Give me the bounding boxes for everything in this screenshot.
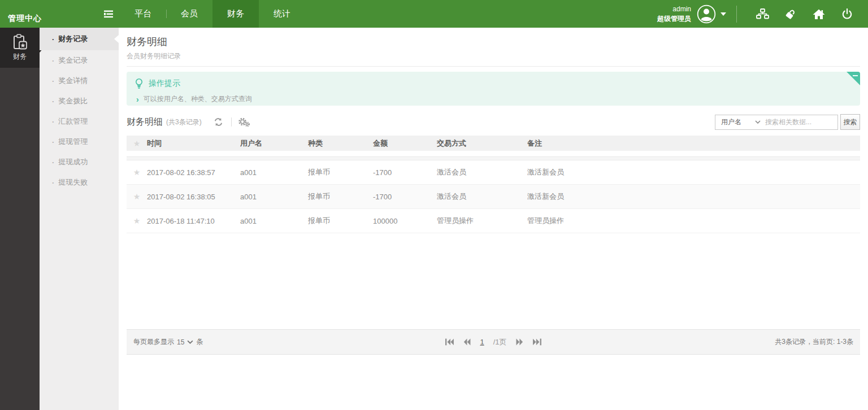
- clipboard-star-icon: [12, 34, 28, 50]
- record-count: (共3条记录): [166, 117, 202, 127]
- refresh-icon: [214, 117, 223, 127]
- bullet-icon: ·: [52, 178, 54, 187]
- sidebar-collapse-button[interactable]: [97, 0, 120, 28]
- tip-title-row: 操作提示: [127, 72, 860, 89]
- table-cell: 2017-08-02 16:38:05: [147, 193, 240, 201]
- first-page-button[interactable]: [445, 338, 454, 346]
- last-page-button[interactable]: [533, 338, 542, 346]
- bullet-icon: ·: [52, 97, 54, 106]
- nav-tab-1[interactable]: 会员: [166, 0, 212, 28]
- table-cell: 管理员操作: [527, 216, 860, 226]
- active-item-arrow: [114, 35, 119, 43]
- submenu-item-7[interactable]: ·提现失败: [40, 172, 119, 193]
- submenu: ·财务记录·奖金记录·奖金详情·奖金拨比·汇款管理·提现管理·提现成功·提现失败: [40, 28, 119, 410]
- table-body: ★2017-08-02 16:38:57a001报单币-1700激活会员激活新会…: [127, 160, 860, 233]
- lightbulb-icon: [134, 78, 144, 89]
- column-header-0: 时间: [147, 138, 240, 149]
- search-box: 用户名: [715, 115, 838, 130]
- favorite-star-icon[interactable]: ★: [127, 216, 147, 225]
- lock-button[interactable]: [782, 6, 799, 23]
- app-body: 财务 ·财务记录·奖金记录·奖金详情·奖金拨比·汇款管理·提现管理·提现成功·提…: [0, 28, 868, 410]
- first-page-icon: [445, 338, 454, 346]
- last-page-icon: [533, 338, 542, 346]
- submenu-list: ·财务记录·奖金记录·奖金详情·奖金拨比·汇款管理·提现管理·提现成功·提现失败: [40, 28, 119, 193]
- next-page-button[interactable]: [516, 338, 524, 346]
- app-root: 管理中心 平台会员财务统计 admin 超级管理员: [0, 0, 868, 410]
- search-button[interactable]: 搜索: [840, 114, 860, 130]
- search-group: 用户名 搜索: [715, 114, 860, 130]
- search-field-select[interactable]: 用户名: [715, 115, 765, 129]
- avatar-icon: [697, 5, 716, 24]
- refresh-button[interactable]: [212, 115, 225, 129]
- submenu-item-1[interactable]: ·奖金记录: [40, 50, 119, 71]
- favorite-star-icon[interactable]: ★: [127, 192, 147, 201]
- nav-tab-0[interactable]: 平台: [120, 0, 166, 28]
- tip-box: 操作提示 › 可以按用户名、种类、交易方式查询: [127, 72, 860, 106]
- nav-tab-3[interactable]: 统计: [259, 0, 305, 28]
- topbar-separator: [736, 6, 737, 23]
- submenu-item-6[interactable]: ·提现成功: [40, 152, 119, 172]
- search-input[interactable]: [765, 115, 837, 129]
- submenu-item-label: 提现管理: [58, 137, 88, 147]
- settings-button[interactable]: [237, 115, 251, 129]
- app-logo: 管理中心: [8, 14, 42, 24]
- table-header-row: ★ 时间用户名种类金额交易方式备注: [127, 136, 860, 151]
- minus-icon: [853, 75, 858, 76]
- module-rail: 财务: [0, 28, 40, 410]
- table-row: ★2017-08-02 16:38:57a001报单币-1700激活会员激活新会…: [127, 160, 860, 185]
- logout-button[interactable]: [839, 6, 856, 23]
- submenu-item-label: 提现失败: [58, 177, 88, 187]
- page-size-value[interactable]: 15: [177, 338, 184, 346]
- menu-collapse-icon: [103, 10, 114, 19]
- column-header-3: 金额: [373, 138, 437, 149]
- submenu-item-0[interactable]: ·财务记录: [40, 28, 119, 50]
- tip-line-row: › 可以按用户名、种类、交易方式查询: [127, 89, 860, 104]
- page-size-prefix: 每页最多显示: [133, 337, 174, 347]
- table-cell: 报单币: [308, 167, 373, 177]
- table-cell: -1700: [373, 193, 437, 201]
- home-icon: [813, 8, 825, 20]
- page-size-select[interactable]: [187, 340, 193, 344]
- favorite-star-icon[interactable]: ★: [127, 168, 147, 177]
- gears-icon: [238, 117, 250, 127]
- pager-summary: 共3条记录，当前页: 1-3条: [775, 337, 853, 347]
- bullet-icon: ·: [52, 138, 54, 146]
- favorite-column-icon: ★: [127, 139, 147, 148]
- nav-tabs: 平台会员财务统计: [120, 0, 305, 28]
- chevron-down-icon: [755, 120, 761, 124]
- submenu-item-3[interactable]: ·奖金拨比: [40, 91, 119, 111]
- panel-toolbar: 财务明细 (共3条记录): [127, 112, 860, 132]
- org-chart-button[interactable]: [754, 6, 771, 23]
- submenu-item-2[interactable]: ·奖金详情: [40, 71, 119, 91]
- chevron-down-icon: [187, 340, 193, 344]
- current-page[interactable]: 1: [480, 338, 484, 346]
- home-button[interactable]: [810, 6, 827, 23]
- page-title: 财务明细: [127, 35, 860, 49]
- nav-tab-2[interactable]: 财务: [212, 0, 259, 28]
- bullet-icon: ·: [52, 158, 54, 167]
- submenu-item-4[interactable]: ·汇款管理: [40, 111, 119, 132]
- table-row: ★2017-08-02 16:38:05a001报单币-1700激活会员激活新会…: [127, 185, 860, 209]
- panel-title: 财务明细: [127, 116, 163, 128]
- table-row: ★2017-06-18 11:47:10a001报单币100000管理员操作管理…: [127, 209, 860, 233]
- topbar: 管理中心 平台会员财务统计 admin 超级管理员: [0, 0, 868, 28]
- submenu-item-5[interactable]: ·提现管理: [40, 132, 119, 152]
- table-cell: a001: [240, 193, 308, 201]
- table-cell: 管理员操作: [437, 216, 527, 226]
- module-finance[interactable]: 财务: [0, 28, 40, 68]
- page-header: 财务明细 会员财务明细记录: [127, 28, 860, 67]
- submenu-item-label: 财务记录: [58, 34, 88, 44]
- table-cell: 激活新会员: [527, 167, 860, 177]
- user-role: 超级管理员: [657, 14, 691, 23]
- submenu-item-label: 提现成功: [58, 157, 88, 167]
- prev-page-button[interactable]: [463, 338, 471, 346]
- bullet-icon: ·: [52, 117, 54, 126]
- table-cell: 报单币: [308, 191, 373, 202]
- user-menu[interactable]: [697, 5, 726, 24]
- tip-line: 可以按用户名、种类、交易方式查询: [144, 94, 252, 104]
- table-cell: a001: [240, 168, 308, 177]
- table-cell: 2017-06-18 11:47:10: [147, 217, 240, 225]
- table-cell: 2017-08-02 16:38:57: [147, 168, 240, 177]
- user-info: admin 超级管理员: [657, 5, 691, 23]
- tip-collapse-button[interactable]: [847, 72, 860, 85]
